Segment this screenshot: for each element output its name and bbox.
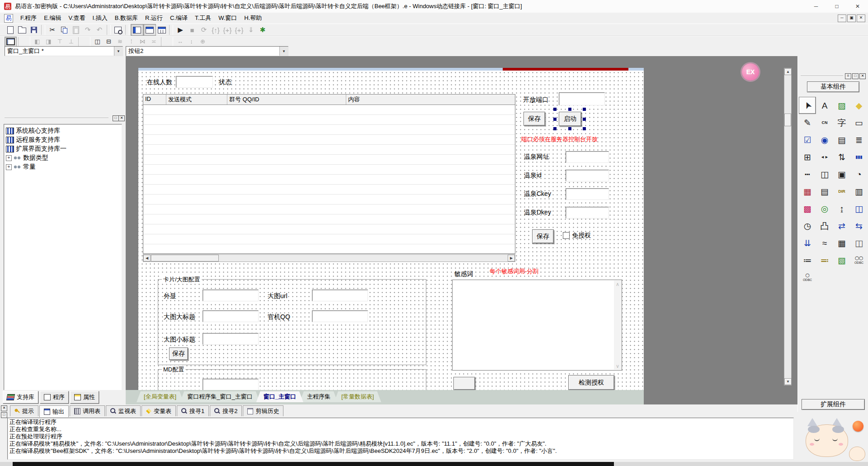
selection-handle[interactable] <box>553 108 557 111</box>
combo-box-icon[interactable]: ▤ <box>833 131 850 148</box>
paste-button[interactable] <box>70 24 82 35</box>
floating-round-button[interactable] <box>853 421 863 432</box>
panel-close-icon[interactable]: ✕ <box>118 115 125 121</box>
step-out-button[interactable]: {+} <box>233 24 245 35</box>
scroll-up-icon[interactable]: ▲ <box>784 68 792 75</box>
layout-grid-pane-button[interactable] <box>156 24 168 35</box>
tab-hints[interactable]: 提示 <box>10 405 38 416</box>
hotspring-url-field[interactable] <box>566 151 609 163</box>
stop-button[interactable]: ■ <box>186 24 198 35</box>
shape-icon[interactable]: ◆ <box>850 97 868 114</box>
tree-expand-icon[interactable]: + <box>6 155 12 161</box>
window-selector-combobox[interactable]: 窗口_主窗口 * ▼ <box>5 46 123 56</box>
panel-restore-icon[interactable]: □ <box>852 73 859 79</box>
tree-expand-icon[interactable]: + <box>6 164 12 170</box>
selection-handle[interactable] <box>568 108 571 111</box>
panel-grip[interactable] <box>5 118 108 119</box>
tab-main-window[interactable]: 窗口_主窗口 <box>256 391 303 402</box>
chevron-down-icon[interactable]: ▼ <box>279 47 288 56</box>
equal-vertical-gap-button[interactable]: ≍ <box>148 37 160 46</box>
align-right-button[interactable]: ◨ <box>43 37 54 46</box>
minimize-button[interactable]: ─ <box>806 0 826 13</box>
big-image-subtitle-input[interactable] <box>203 333 259 345</box>
menu-edit[interactable]: E.编辑 <box>40 13 65 23</box>
rich-edit-icon[interactable]: ▤ <box>816 183 833 200</box>
same-size-button[interactable]: ⊕ <box>197 37 208 46</box>
tree-item-extended-ui-lib[interactable]: 扩展界面支持库一 <box>5 144 121 153</box>
document-icon[interactable]: ▥ <box>850 183 868 200</box>
frame-icon[interactable]: ▭ <box>850 114 868 131</box>
maximize-button[interactable]: □ <box>826 0 847 13</box>
free-auth-checkbox[interactable] <box>563 232 570 239</box>
same-height-button[interactable]: ↕ <box>186 37 197 46</box>
message-listview[interactable]: ID 发送模式 群号 QQ/ID 内容 <box>143 94 515 254</box>
partial-button[interactable] <box>453 377 475 390</box>
step-over-button[interactable]: {+} <box>222 24 233 35</box>
checked-list-box-icon[interactable]: ⊞ <box>799 148 816 166</box>
menu-program[interactable]: F.程序 <box>17 13 40 23</box>
toolbar-window-icon[interactable]: ◫ <box>850 200 868 217</box>
redo-button[interactable]: ↷ <box>82 24 94 35</box>
progress-bar-icon[interactable]: ▮▮▮ <box>850 148 868 166</box>
updown-icon[interactable]: ⇅ <box>833 148 850 166</box>
menu-help[interactable]: H.帮助 <box>241 13 265 23</box>
center-horizontal-button[interactable]: ◫ <box>92 37 103 46</box>
hotspring-dkey-field[interactable] <box>566 207 609 219</box>
scroll-down-icon[interactable]: ▼ <box>784 378 792 385</box>
tab-window-program-set[interactable]: 窗口程序集_窗口_主窗口 <box>180 391 259 402</box>
listview-column-header[interactable]: 发送模式 <box>166 95 227 105</box>
file-list-icon[interactable]: ≔ <box>799 252 816 269</box>
plugin-bee-button[interactable]: ✱ <box>257 24 269 35</box>
open-port-input[interactable] <box>559 92 605 105</box>
hotspring-save-button[interactable]: 保存 <box>532 229 554 243</box>
tab-variables-table[interactable]: 变量表 <box>142 405 176 416</box>
compile-output-log[interactable]: 正在编译现行程序 正在检查重复名称... 正在预处理现行程序 正在编译易模块"精… <box>7 418 794 460</box>
display-text-input[interactable] <box>203 290 259 301</box>
align-bottom-button[interactable]: ⊥ <box>66 37 77 46</box>
radio-button-icon[interactable]: ◉ <box>816 131 833 148</box>
menu-view[interactable]: V.查看 <box>65 13 89 23</box>
ex-floating-badge[interactable]: EX <box>742 63 759 81</box>
menu-insert[interactable]: I.插入 <box>89 13 111 23</box>
menu-window[interactable]: W.窗口 <box>215 13 241 23</box>
selection-handle[interactable] <box>583 118 586 121</box>
mdi-close-button[interactable]: ✕ <box>857 14 865 22</box>
split-panel-icon[interactable]: ◫ <box>850 234 868 252</box>
panel-restore-icon[interactable]: □ <box>113 115 119 121</box>
tab-program[interactable]: 程序 <box>40 391 69 404</box>
scroll-left-icon[interactable]: ◀ <box>143 255 151 262</box>
tree-item-system-core-lib[interactable]: 系统核心支持库 <box>5 126 121 135</box>
selection-handle[interactable] <box>568 127 571 130</box>
sensitive-words-edit[interactable]: ∧ ∨ <box>452 280 622 371</box>
static-text-icon[interactable]: 字 <box>833 114 850 131</box>
tree-item-constants[interactable]: + 常量 <box>5 162 121 171</box>
same-width-button[interactable]: ↔ <box>175 37 186 46</box>
menu-tools[interactable]: T.工具 <box>191 13 215 23</box>
align-top-button[interactable]: ⊤ <box>54 37 66 46</box>
space-across-button[interactable]: ≋ <box>114 37 126 46</box>
tab-output[interactable]: 输出 <box>39 405 69 417</box>
selection-handle[interactable] <box>583 127 586 130</box>
cursor-tool-icon[interactable]: ➤ <box>799 97 816 114</box>
panel-menu-icon[interactable]: ≡ <box>845 73 851 79</box>
listview-body[interactable] <box>143 105 515 253</box>
breakpoint-button[interactable]: ⇓ <box>245 24 257 35</box>
printer-icon[interactable]: 凸 <box>816 217 833 234</box>
layout-top-pane-button[interactable] <box>143 24 156 36</box>
big-image-title-input[interactable] <box>203 310 259 322</box>
layout-left-pane-button[interactable] <box>131 24 143 36</box>
exit-updown-icon[interactable]: ↨ <box>833 200 850 217</box>
timer-icon[interactable]: ◷ <box>799 217 816 234</box>
designer-vertical-scrollbar[interactable]: ▲ ▼ <box>784 68 792 385</box>
check-box-icon[interactable]: ☑ <box>799 131 816 148</box>
form-designer-button[interactable] <box>5 37 17 47</box>
tab-watch-table[interactable]: 监视表 <box>106 405 141 416</box>
start-button[interactable]: 启动 <box>559 112 581 126</box>
selection-handle[interactable] <box>553 127 557 130</box>
tab-properties[interactable]: 属性 <box>70 391 99 404</box>
step-into-button[interactable]: {↑} <box>210 24 222 35</box>
check-auth-button[interactable]: 检测授权 <box>568 375 614 390</box>
control-selector-combobox[interactable]: 按钮2 ▼ <box>126 46 288 56</box>
basic-components-button[interactable]: 基本组件 <box>807 81 859 92</box>
com-port-icon[interactable]: ≈ <box>816 234 833 252</box>
